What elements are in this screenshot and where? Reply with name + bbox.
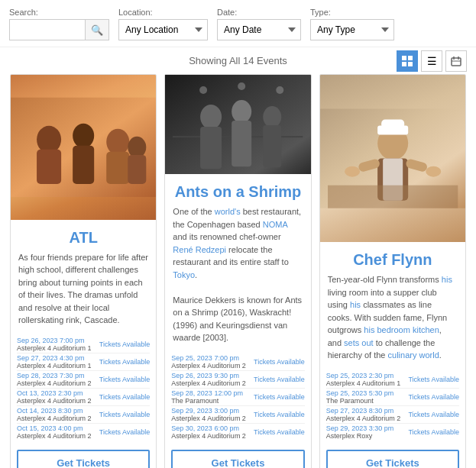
card-image-atl: [11, 75, 156, 220]
ticket-availability: Tickets Available: [99, 393, 151, 401]
svg-rect-20: [200, 127, 222, 169]
ticket-venue: Asterplex 4 Auditorium 2: [17, 415, 92, 422]
card-ants-tickets: Sep 25, 2023 7:00 pm Asterplex 4 Auditor…: [165, 350, 310, 444]
list-view-button[interactable]: ☰: [421, 50, 442, 72]
top-bar: Search: 🔍 Location: Any LocationAsterple…: [0, 0, 476, 47]
calendar-view-button[interactable]: [445, 50, 467, 72]
ticket-venue: Asterplex 4 Auditorium 2: [17, 432, 92, 440]
svg-rect-14: [106, 152, 129, 184]
search-button[interactable]: 🔍: [86, 19, 109, 40]
card-image-chef: [320, 75, 465, 242]
ticket-date: Sep 27, 2023 8:30 pm: [326, 407, 401, 415]
ticket-availability: Tickets Available: [254, 358, 305, 366]
svg-point-36: [345, 166, 360, 177]
ticket-item: Sep 28, 2023 7:30 pm Asterplex 4 Auditor…: [17, 370, 150, 388]
ticket-info: Sep 26, 2023 7:00 pm Asterplex 4 Auditor…: [17, 337, 92, 352]
ticket-venue: Asterplex 4 Auditorium 1: [17, 344, 92, 352]
chef-get-tickets-button[interactable]: Get Tickets: [326, 450, 459, 468]
ticket-item: Oct 15, 2023 4:00 pm Asterplex 4 Auditor…: [17, 423, 150, 441]
svg-rect-2: [402, 62, 406, 66]
svg-point-15: [128, 137, 146, 158]
ticket-venue: Asterplex 4 Auditorium 1: [326, 379, 401, 387]
ticket-item: Sep 29, 2023 3:30 pm Asterplex Roxy Tick…: [326, 423, 459, 441]
ticket-venue: The Paramount: [171, 397, 243, 405]
card-ants-title: Ants on a Shrimp: [165, 174, 310, 205]
ticket-info: Sep 30, 2023 6:00 pm Asterplex 4 Auditor…: [171, 424, 246, 440]
ticket-venue: Asterplex 4 Auditorium 2: [171, 362, 246, 370]
card-chef-tickets: Sep 25, 2023 2:30 pm Asterplex 4 Auditor…: [320, 368, 465, 444]
type-label: Type:: [310, 8, 394, 17]
ticket-info: Sep 28, 2023 7:30 pm Asterplex 4 Auditor…: [17, 372, 92, 387]
date-select[interactable]: Any DateSep 25, 2023Sep 26, 2023Sep 27, …: [217, 19, 301, 40]
ticket-item: Sep 26, 2023 7:00 pm Asterplex 4 Auditor…: [17, 336, 150, 353]
ticket-availability: Tickets Available: [254, 393, 305, 401]
ticket-venue: Asterplex 4 Auditorium 1: [17, 362, 92, 370]
ticket-venue: Asterplex 4 Auditorium 2: [17, 379, 92, 387]
ticket-date: Sep 25, 2023 7:00 pm: [171, 354, 246, 362]
ticket-venue: Asterplex 4 Auditorium 2: [326, 415, 401, 422]
card-ants: Ants on a Shrimp One of the world's best…: [164, 74, 311, 468]
ticket-item: Sep 25, 2023 2:30 pm Asterplex 4 Auditor…: [326, 371, 459, 388]
atl-get-tickets-button[interactable]: Get Tickets: [17, 450, 150, 468]
ticket-info: Sep 26, 2023 9:30 pm Asterplex 4 Auditor…: [171, 372, 246, 387]
ticket-venue: Asterplex 4 Auditorium 2: [171, 379, 246, 387]
ticket-item: Sep 27, 2023 8:30 pm Asterplex 4 Auditor…: [326, 405, 459, 423]
ticket-item: Sep 25, 2023 7:00 pm Asterplex 4 Auditor…: [171, 353, 304, 370]
svg-point-27: [277, 86, 284, 94]
ticket-date: Sep 29, 2023 3:30 pm: [326, 424, 394, 432]
ants-image-svg: [165, 75, 310, 174]
svg-rect-0: [402, 56, 406, 60]
ticket-availability: Tickets Available: [99, 428, 151, 436]
ticket-date: Sep 25, 2023 5:30 pm: [326, 389, 394, 397]
grid-icon: [402, 56, 413, 66]
ants-get-tickets-button[interactable]: Get Tickets: [171, 450, 304, 468]
svg-point-23: [264, 106, 282, 127]
ticket-info: Sep 25, 2023 2:30 pm Asterplex 4 Auditor…: [326, 372, 401, 387]
ticket-info: Sep 28, 2023 12:00 pm The Paramount: [171, 389, 243, 405]
location-select[interactable]: Any LocationAsterplex 4The Paramount: [118, 19, 208, 40]
ticket-info: Sep 25, 2023 7:00 pm Asterplex 4 Auditor…: [171, 354, 246, 370]
svg-rect-10: [37, 150, 61, 184]
ticket-date: Sep 26, 2023 7:00 pm: [17, 337, 92, 344]
location-label: Location:: [118, 8, 208, 17]
svg-point-26: [238, 82, 245, 90]
ticket-info: Oct 13, 2023 2:30 pm Asterplex 4 Auditor…: [17, 389, 92, 405]
ticket-info: Oct 14, 2023 8:30 pm Asterplex 4 Auditor…: [17, 407, 92, 422]
ticket-item: Sep 29, 2023 3:00 pm Asterplex 4 Auditor…: [171, 405, 304, 423]
svg-rect-4: [452, 58, 461, 66]
ticket-availability: Tickets Available: [408, 393, 459, 401]
ticket-date: Sep 29, 2023 3:00 pm: [171, 407, 246, 415]
search-input[interactable]: [9, 19, 86, 40]
type-select[interactable]: Any TypeFilmConcertSports: [310, 19, 394, 40]
svg-rect-1: [408, 56, 413, 60]
ticket-date: Sep 27, 2023 4:30 pm: [17, 354, 92, 362]
calendar-icon: [451, 56, 461, 66]
ticket-venue: The Paramount: [326, 397, 394, 405]
svg-rect-38: [328, 186, 458, 208]
view-toggle: ☰: [397, 50, 467, 72]
ticket-availability: Tickets Available: [408, 411, 459, 418]
ticket-venue: Asterplex 4 Auditorium 2: [17, 397, 92, 405]
svg-rect-16: [128, 155, 146, 184]
ticket-availability: Tickets Available: [99, 341, 151, 348]
search-wrapper: 🔍: [9, 19, 109, 40]
ticket-item: Oct 14, 2023 8:30 pm Asterplex 4 Auditor…: [17, 405, 150, 423]
search-label: Search:: [9, 8, 109, 17]
ticket-info: Sep 29, 2023 3:30 pm Asterplex Roxy: [326, 424, 394, 440]
ticket-venue: Asterplex Roxy: [326, 432, 394, 440]
svg-point-19: [200, 105, 222, 129]
ticket-item: Sep 25, 2023 5:30 pm The Paramount Ticke…: [326, 388, 459, 405]
date-group: Date: Any DateSep 25, 2023Sep 26, 2023Se…: [217, 8, 301, 40]
location-group: Location: Any LocationAsterplex 4The Par…: [118, 8, 208, 40]
grid-view-button[interactable]: [397, 50, 418, 72]
ticket-item: Sep 28, 2023 12:00 pm The Paramount Tick…: [171, 388, 304, 405]
ticket-item: Oct 13, 2023 2:30 pm Asterplex 4 Auditor…: [17, 388, 150, 405]
ticket-availability: Tickets Available: [408, 428, 459, 436]
chef-image-svg: [320, 75, 465, 242]
date-label: Date:: [217, 8, 301, 17]
card-ants-desc: One of the world's best restaurant, the …: [165, 205, 310, 350]
svg-point-37: [426, 166, 441, 177]
svg-point-21: [232, 100, 251, 123]
ticket-date: Sep 28, 2023 7:30 pm: [17, 372, 92, 379]
ticket-date: Sep 28, 2023 12:00 pm: [171, 389, 243, 397]
